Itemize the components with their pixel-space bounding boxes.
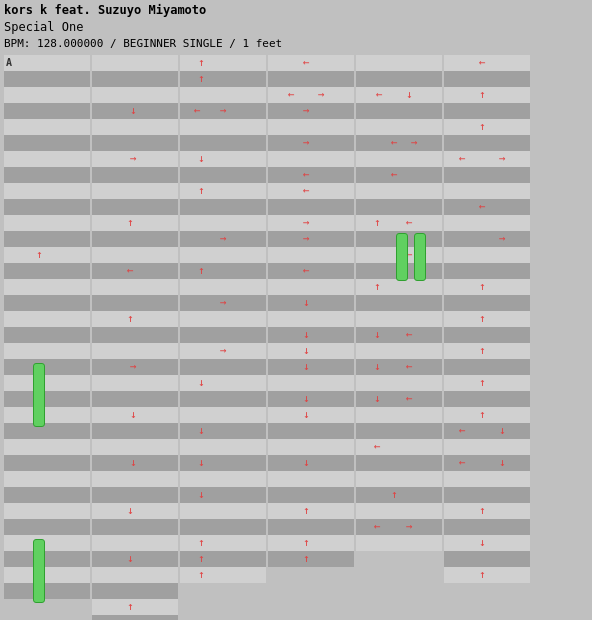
arrow: ↓ bbox=[198, 425, 205, 436]
row bbox=[4, 519, 90, 535]
row bbox=[356, 471, 442, 487]
row bbox=[92, 199, 178, 215]
row: ↑ bbox=[180, 183, 266, 199]
row bbox=[356, 407, 442, 423]
arrow: ← bbox=[391, 169, 398, 180]
arrow: ↓ bbox=[127, 553, 134, 564]
arrow: → bbox=[406, 521, 413, 532]
row bbox=[180, 167, 266, 183]
arrow: ↑ bbox=[127, 601, 134, 612]
row: ← ↓ bbox=[444, 423, 530, 439]
arrow: ↑ bbox=[479, 345, 486, 356]
arrow: ← bbox=[374, 441, 381, 452]
row: ← bbox=[444, 55, 530, 71]
row bbox=[180, 119, 266, 135]
row: ← bbox=[268, 183, 354, 199]
row: ↓ bbox=[268, 455, 354, 471]
row: ↓ bbox=[92, 407, 178, 423]
row bbox=[444, 295, 530, 311]
arrow: ↓ bbox=[303, 457, 310, 468]
arrow: ↓ bbox=[479, 537, 486, 548]
row bbox=[92, 567, 178, 583]
arrow: ← bbox=[391, 137, 398, 148]
arrow: ↑ bbox=[198, 265, 205, 276]
row bbox=[356, 103, 442, 119]
row bbox=[356, 375, 442, 391]
arrow: ← bbox=[459, 425, 466, 436]
row bbox=[92, 375, 178, 391]
arrow: ↑ bbox=[127, 217, 134, 228]
arrow: → bbox=[220, 105, 227, 116]
arrow: ↑ bbox=[198, 73, 205, 84]
row bbox=[4, 231, 90, 247]
row bbox=[268, 247, 354, 263]
row: ← ↓ bbox=[444, 455, 530, 471]
row bbox=[268, 311, 354, 327]
row bbox=[92, 423, 178, 439]
row bbox=[356, 183, 442, 199]
row: ↑ bbox=[356, 487, 442, 503]
row bbox=[4, 343, 90, 359]
arrow: ↑ bbox=[198, 185, 205, 196]
row bbox=[4, 135, 90, 151]
arrow: → bbox=[303, 105, 310, 116]
arrow: ↓ bbox=[127, 505, 134, 516]
row bbox=[268, 199, 354, 215]
arrow: ← bbox=[194, 105, 201, 116]
row bbox=[180, 327, 266, 343]
row bbox=[268, 519, 354, 535]
row bbox=[4, 487, 90, 503]
row: ↑ bbox=[4, 247, 90, 263]
arrow: ↑ bbox=[479, 281, 486, 292]
row bbox=[92, 391, 178, 407]
arrow: → bbox=[220, 297, 227, 308]
row bbox=[444, 215, 530, 231]
row: ↓ ← bbox=[356, 359, 442, 375]
arrow: ← bbox=[459, 457, 466, 468]
row bbox=[268, 71, 354, 87]
row bbox=[92, 135, 178, 151]
row: ↑ bbox=[180, 551, 266, 567]
row bbox=[180, 87, 266, 103]
row: → bbox=[180, 231, 266, 247]
row: ↓ bbox=[268, 407, 354, 423]
arrow: → bbox=[130, 153, 137, 164]
row bbox=[356, 199, 442, 215]
row bbox=[4, 439, 90, 455]
row: ↑ bbox=[4, 567, 90, 583]
row bbox=[4, 119, 90, 135]
arrow: ↑ bbox=[374, 217, 381, 228]
arrow: ↓ bbox=[303, 393, 310, 404]
arrow: ↑ bbox=[303, 553, 310, 564]
row: ↑ ← bbox=[356, 215, 442, 231]
arrow: → bbox=[499, 233, 506, 244]
row bbox=[356, 295, 442, 311]
row bbox=[444, 135, 530, 151]
arrow: ↓ bbox=[499, 425, 506, 436]
row: ← → bbox=[180, 103, 266, 119]
row: ↓ bbox=[268, 295, 354, 311]
row bbox=[180, 279, 266, 295]
row bbox=[4, 103, 90, 119]
bpm-info: BPM: 128.000000 / BEGINNER SINGLE / 1 fe… bbox=[4, 36, 588, 51]
track-col-4: ← ← → → → ← ← → bbox=[268, 55, 354, 620]
row bbox=[444, 263, 530, 279]
row bbox=[356, 535, 442, 551]
row: ↓ bbox=[92, 455, 178, 471]
row bbox=[4, 503, 90, 519]
arrow: ↓ bbox=[130, 457, 137, 468]
row bbox=[444, 439, 530, 455]
row bbox=[4, 583, 90, 599]
row: ↑ bbox=[180, 55, 266, 71]
row: ↑ bbox=[356, 279, 442, 295]
row bbox=[4, 407, 90, 423]
arrow: ↑ bbox=[303, 505, 310, 516]
row: ↓ bbox=[180, 487, 266, 503]
row bbox=[180, 135, 266, 151]
row: ↑ bbox=[268, 551, 354, 567]
row: ← ↓ bbox=[356, 87, 442, 103]
arrow: ↑ bbox=[198, 57, 205, 68]
row: ← bbox=[268, 167, 354, 183]
arrow: ← bbox=[406, 217, 413, 228]
row: ↑ bbox=[444, 567, 530, 583]
